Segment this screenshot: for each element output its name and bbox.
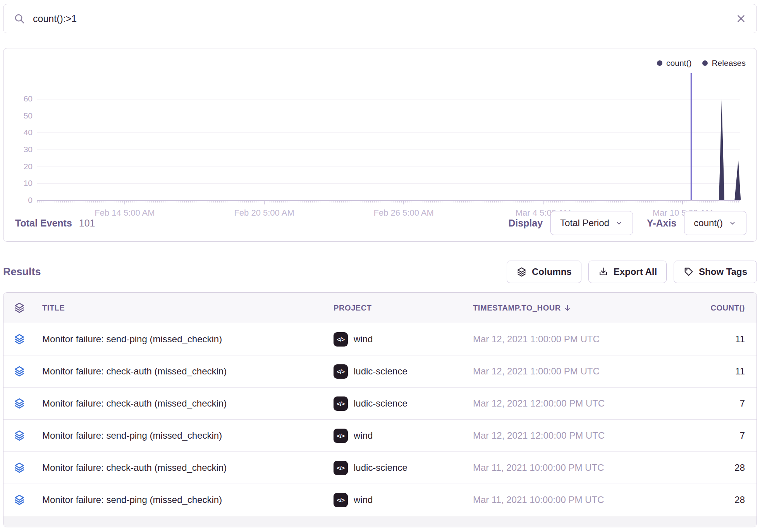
row-project[interactable]: </> ludic-science	[334, 461, 473, 475]
y-axis-tick-label: 40	[5, 127, 33, 137]
legend-dot	[702, 60, 708, 66]
row-title[interactable]: Monitor failure: check-auth (missed_chec…	[35, 398, 334, 409]
stack-icon[interactable]	[3, 494, 35, 506]
search-bar	[3, 4, 757, 33]
display-dropdown[interactable]: Total Period	[550, 211, 633, 235]
export-all-button-label: Export All	[614, 266, 657, 277]
column-header-title[interactable]: TITLE	[35, 304, 334, 312]
results-header-row: Results Columns Export All	[3, 260, 757, 283]
row-timestamp: Mar 11, 2021 10:00:00 PM UTC	[473, 494, 659, 505]
y-axis-tick-label: 20	[5, 161, 33, 172]
row-project[interactable]: </> wind	[334, 429, 473, 443]
project-platform-icon: </>	[334, 332, 348, 347]
y-gridline	[37, 166, 740, 167]
row-timestamp: Mar 12, 2021 1:00:00 PM UTC	[473, 334, 659, 345]
project-name: ludic-science	[354, 462, 408, 473]
legend-item-releases[interactable]: Releases	[702, 58, 746, 68]
column-header-timestamp[interactable]: TIMESTAMP.TO_HOUR	[473, 304, 659, 312]
stack-icon[interactable]	[3, 366, 35, 377]
project-name: ludic-science	[354, 398, 408, 409]
columns-button-label: Columns	[532, 266, 572, 277]
close-icon[interactable]	[736, 13, 746, 24]
y-axis-tick-label: 0	[5, 195, 33, 205]
table-footer	[3, 516, 757, 527]
y-gridline	[37, 116, 740, 117]
row-project[interactable]: </> wind	[334, 332, 473, 347]
row-count: 11	[659, 366, 757, 377]
row-timestamp: Mar 11, 2021 10:00:00 PM UTC	[473, 462, 659, 473]
x-axis-minor-ticks	[37, 201, 740, 203]
legend-label: count()	[666, 58, 691, 68]
row-project[interactable]: </> ludic-science	[334, 364, 473, 379]
row-title[interactable]: Monitor failure: send-ping (missed_check…	[35, 334, 334, 345]
project-name: wind	[354, 430, 373, 441]
row-title[interactable]: Monitor failure: send-ping (missed_check…	[35, 494, 334, 505]
column-header-timestamp-label: TIMESTAMP.TO_HOUR	[473, 304, 561, 312]
y-axis-label: Y-Axis	[647, 218, 676, 229]
discover-page: count() Releases 0102030405060Feb 14 5:0…	[0, 0, 760, 532]
legend-label: Releases	[712, 58, 746, 68]
x-axis-tick	[683, 201, 683, 204]
show-tags-button-label: Show Tags	[699, 266, 747, 277]
tag-icon	[683, 267, 694, 277]
row-title[interactable]: Monitor failure: check-auth (missed_chec…	[35, 366, 334, 377]
chevron-down-icon	[615, 219, 623, 227]
y-axis-tick-label: 30	[5, 144, 33, 154]
search-input[interactable]	[32, 13, 736, 25]
table-row[interactable]: Monitor failure: check-auth (missed_chec…	[3, 452, 757, 484]
row-count: 7	[659, 398, 757, 409]
legend-item-count[interactable]: count()	[657, 58, 691, 68]
project-platform-icon: </>	[334, 396, 348, 411]
row-title[interactable]: Monitor failure: send-ping (missed_check…	[35, 430, 334, 441]
columns-button[interactable]: Columns	[507, 261, 581, 283]
display-label: Display	[508, 218, 543, 229]
stack-icon[interactable]	[3, 302, 35, 314]
project-platform-icon: </>	[334, 364, 348, 379]
stack-icon[interactable]	[3, 333, 35, 345]
y-gridline	[37, 183, 740, 184]
column-header-project[interactable]: PROJECT	[334, 304, 473, 312]
column-header-count[interactable]: COUNT()	[659, 304, 757, 312]
table-row[interactable]: Monitor failure: send-ping (missed_check…	[3, 484, 757, 516]
project-platform-icon: </>	[334, 493, 348, 507]
export-all-button[interactable]: Export All	[588, 261, 667, 283]
stack-icon[interactable]	[3, 430, 35, 441]
results-heading: Results	[3, 266, 41, 278]
table-row[interactable]: Monitor failure: send-ping (missed_check…	[3, 323, 757, 355]
row-project[interactable]: </> wind	[334, 493, 473, 507]
project-platform-icon: </>	[334, 429, 348, 443]
y-axis-tick-label: 10	[5, 178, 33, 188]
total-events-value: 101	[79, 218, 95, 229]
release-marker-line	[691, 73, 692, 200]
y-gridline	[37, 149, 740, 150]
chart-plot: 0102030405060Feb 14 5:00 AMFeb 20 5:00 A…	[37, 73, 740, 201]
row-count: 28	[659, 494, 757, 505]
row-project[interactable]: </> ludic-science	[334, 396, 473, 411]
table-row[interactable]: Monitor failure: check-auth (missed_chec…	[3, 355, 757, 388]
row-count: 7	[659, 430, 757, 441]
legend-dot	[657, 60, 662, 66]
y-gridline	[37, 132, 740, 133]
chart-legend: count() Releases	[657, 58, 746, 68]
count-series-spike	[734, 160, 741, 200]
row-timestamp: Mar 12, 2021 12:00:00 PM UTC	[473, 430, 659, 441]
chart-controls: Display Total Period Y-Axis count()	[508, 211, 746, 235]
results-buttons: Columns Export All Show Tags	[507, 261, 757, 283]
table-row[interactable]: Monitor failure: check-auth (missed_chec…	[3, 388, 757, 420]
y-axis-tick-label: 60	[5, 94, 33, 104]
chart-panel: count() Releases 0102030405060Feb 14 5:0…	[3, 48, 757, 242]
table-row[interactable]: Monitor failure: send-ping (missed_check…	[3, 420, 757, 452]
row-title[interactable]: Monitor failure: check-auth (missed_chec…	[35, 462, 334, 473]
project-name: wind	[354, 334, 373, 345]
stack-icon[interactable]	[3, 398, 35, 409]
show-tags-button[interactable]: Show Tags	[674, 261, 757, 283]
row-timestamp: Mar 12, 2021 1:00:00 PM UTC	[473, 366, 659, 377]
chevron-down-icon	[728, 219, 737, 227]
results-table: TITLE PROJECT TIMESTAMP.TO_HOUR COUNT()	[3, 292, 757, 527]
y-axis-dropdown[interactable]: count()	[684, 211, 746, 235]
chart-footer: Total Events 101 Display Total Period Y-…	[15, 210, 746, 236]
table-header: TITLE PROJECT TIMESTAMP.TO_HOUR COUNT()	[3, 293, 757, 323]
stack-icon[interactable]	[3, 462, 35, 474]
layers-icon	[516, 267, 527, 277]
total-events-label: Total Events	[15, 218, 72, 229]
